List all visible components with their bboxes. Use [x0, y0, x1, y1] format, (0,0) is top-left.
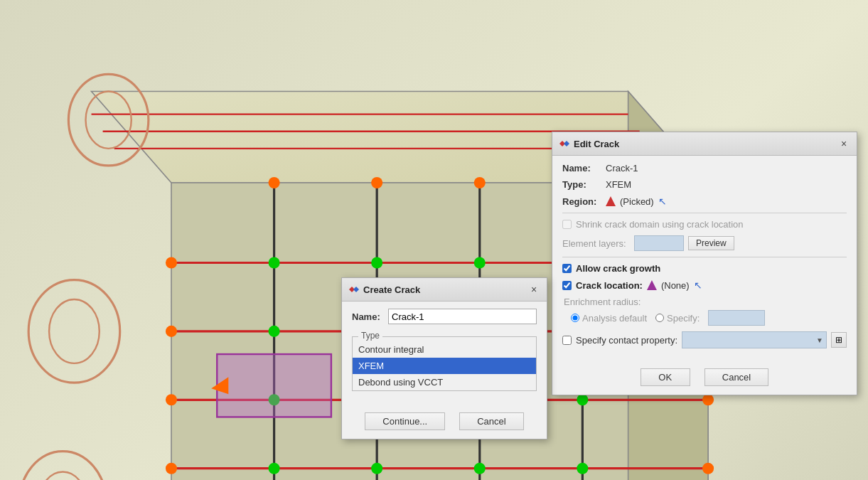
svg-point-17	[371, 257, 382, 268]
create-crack-footer: Continue... Cancel	[342, 405, 547, 439]
create-crack-close-button[interactable]: ×	[527, 282, 541, 297]
analysis-default-label: Analysis default	[582, 313, 647, 324]
shrink-crack-checkbox[interactable]	[562, 220, 572, 229]
svg-point-27	[577, 394, 588, 405]
contact-property-checkbox[interactable]	[562, 336, 572, 345]
create-name-input[interactable]	[388, 309, 537, 324]
edit-crack-close-button[interactable]: ×	[837, 137, 851, 151]
svg-point-39	[166, 463, 177, 474]
dialog-icon	[558, 138, 569, 149]
name-label: Name:	[562, 163, 601, 174]
create-name-label: Name:	[352, 311, 384, 322]
create-crack-dialog-icon	[348, 284, 359, 295]
type-list: Contour integral XFEM Debond using VCCT	[353, 341, 536, 390]
svg-point-44	[702, 463, 714, 474]
element-layers-row: Element layers: Preview	[562, 235, 847, 251]
svg-point-28	[269, 463, 280, 474]
create-crack-dialog[interactable]: Create Crack × Name: Type Contour integr…	[341, 277, 547, 439]
allow-crack-growth-checkbox[interactable]	[562, 264, 572, 273]
create-crack-body: Name: Type Contour integral XFEM Debond …	[342, 302, 547, 405]
ok-button[interactable]: OK	[641, 368, 690, 386]
region-value: (Picked)	[620, 196, 654, 207]
svg-point-36	[166, 257, 177, 268]
create-crack-titlebar[interactable]: Create Crack ×	[342, 278, 547, 302]
name-value: Crack-1	[606, 163, 638, 174]
crack-location-checkbox[interactable]	[562, 281, 572, 290]
chevron-down-icon: ▼	[816, 336, 823, 344]
shrink-crack-label: Shrink crack domain using crack location	[576, 219, 744, 230]
edit-crack-title: Edit Crack	[574, 139, 619, 149]
region-label: Region:	[562, 196, 601, 207]
cancel-button[interactable]: Cancel	[704, 368, 768, 386]
enrichment-radius-row: Enrichment radius: Analysis default Spec…	[562, 297, 847, 326]
create-crack-title: Create Crack	[363, 284, 420, 295]
svg-point-47	[371, 177, 382, 188]
element-layers-input[interactable]	[634, 235, 684, 251]
name-row: Name: Crack-1	[562, 163, 847, 174]
svg-point-29	[371, 463, 382, 474]
enrichment-radius-label: Enrichment radius:	[564, 297, 847, 307]
type-group-legend: Type	[358, 331, 382, 341]
create-name-row: Name:	[352, 309, 537, 324]
analysis-default-radio[interactable]	[571, 314, 579, 322]
svg-point-43	[702, 394, 714, 405]
type-option-xfem[interactable]: XFEM	[353, 358, 536, 374]
contact-property-label: Specify contact property:	[576, 335, 677, 346]
create-cancel-button[interactable]: Cancel	[459, 412, 523, 430]
svg-point-48	[474, 177, 486, 188]
svg-point-16	[269, 257, 280, 268]
svg-point-46	[269, 177, 280, 188]
type-value: XFEM	[606, 179, 631, 190]
shrink-crack-row: Shrink crack domain using crack location	[562, 219, 847, 230]
crack-location-cursor-icon[interactable]: ↖	[694, 279, 702, 291]
edit-crack-footer: OK Cancel	[552, 361, 857, 395]
analysis-default-option[interactable]: Analysis default	[571, 313, 647, 324]
crack-location-icon	[647, 280, 657, 290]
table-icon: ⊞	[835, 335, 842, 345]
type-option-contour[interactable]: Contour integral	[353, 341, 536, 358]
svg-point-38	[166, 394, 177, 405]
svg-point-31	[577, 463, 588, 474]
crack-location-label: Crack location:	[576, 280, 643, 291]
type-row: Type: XFEM	[562, 179, 847, 190]
type-option-debond[interactable]: Debond using VCCT	[353, 374, 536, 390]
type-label: Type:	[562, 179, 601, 190]
element-layers-label: Element layers:	[562, 238, 630, 249]
preview-button[interactable]: Preview	[688, 236, 734, 250]
contact-property-dropdown[interactable]: ▼	[682, 331, 827, 348]
contact-property-row: Specify contact property: ▼ ⊞	[562, 331, 847, 348]
specify-option[interactable]: Specify:	[655, 313, 700, 324]
continue-button[interactable]: Continue...	[365, 412, 445, 430]
edit-crack-dialog[interactable]: Edit Crack × Name: Crack-1 Type: XFEM Re…	[552, 132, 857, 395]
type-group: Type Contour integral XFEM Debond using …	[352, 331, 537, 391]
specify-input[interactable]	[708, 310, 765, 326]
enrichment-radio-row: Analysis default Specify:	[564, 310, 847, 326]
svg-point-18	[474, 257, 486, 268]
svg-point-30	[474, 463, 486, 474]
table-icon-button[interactable]: ⊞	[831, 332, 847, 348]
region-icon	[606, 196, 616, 206]
specify-label: Specify:	[667, 313, 700, 324]
separator-2	[562, 257, 847, 257]
edit-crack-titlebar[interactable]: Edit Crack ×	[552, 132, 857, 156]
region-cursor-icon[interactable]: ↖	[658, 196, 667, 207]
region-row: Region: (Picked) ↖	[562, 196, 847, 207]
svg-point-20	[269, 326, 280, 337]
edit-crack-body: Name: Crack-1 Type: XFEM Region: (Picked…	[552, 156, 857, 361]
specify-radio[interactable]	[655, 314, 664, 322]
crack-location-value: (None)	[661, 280, 690, 291]
svg-point-37	[166, 326, 177, 337]
allow-crack-growth-row: Allow crack growth	[562, 263, 847, 274]
crack-location-row: Crack location: (None) ↖	[562, 279, 847, 291]
allow-crack-growth-label: Allow crack growth	[576, 263, 660, 274]
svg-rect-56	[217, 354, 331, 417]
separator-1	[562, 213, 847, 213]
